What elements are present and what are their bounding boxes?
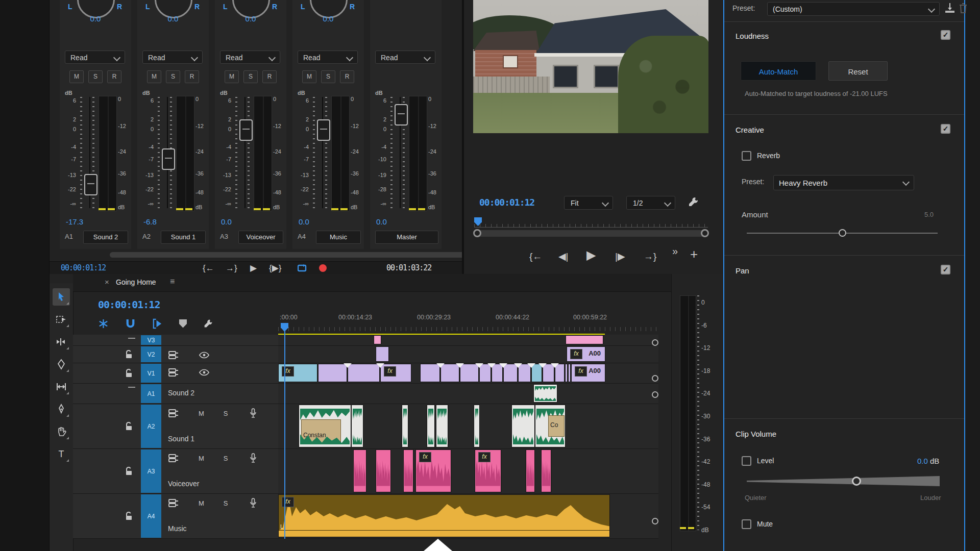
collapse-dash[interactable] (128, 387, 135, 388)
clip[interactable]: fxA00 (567, 346, 605, 362)
track-select-forward-tool[interactable] (53, 311, 70, 328)
clip[interactable] (479, 364, 491, 382)
track-name[interactable]: Sound 1 (168, 435, 194, 443)
clip[interactable] (526, 449, 535, 492)
channel-volume-value[interactable]: -6.8 (143, 217, 157, 226)
razor-tool[interactable] (53, 356, 70, 373)
source-patch-icon[interactable] (168, 498, 179, 508)
clip[interactable]: fx (475, 449, 501, 492)
r-button[interactable]: R (185, 70, 199, 83)
track-edge-handle[interactable] (652, 339, 658, 346)
fader-thumb[interactable] (239, 119, 253, 141)
program-mini-timeline[interactable] (474, 219, 708, 228)
solo-track-button[interactable]: S (224, 499, 228, 507)
sequence-tab-title[interactable]: Going Home (116, 278, 156, 286)
add-button-icon[interactable]: + (690, 248, 698, 261)
clip[interactable] (436, 405, 448, 447)
automation-mode-select[interactable]: Read (142, 51, 203, 64)
loop-playback-icon[interactable] (298, 264, 307, 272)
play-icon[interactable]: ▶ (586, 248, 596, 261)
clip[interactable] (402, 405, 408, 447)
snap-magnet-icon[interactable] (125, 318, 136, 329)
m-button[interactable]: M (69, 70, 84, 83)
channel-volume-value[interactable]: 0.0 (221, 217, 232, 226)
es-preset-select[interactable]: (Custom) (767, 2, 940, 16)
timeline-settings-wrench-icon[interactable] (203, 318, 214, 329)
reset-button[interactable]: Reset (828, 61, 888, 81)
r-button[interactable]: R (340, 70, 354, 83)
clip[interactable] (440, 364, 459, 382)
track-name-field[interactable]: Voiceover (238, 231, 283, 244)
clip[interactable] (348, 364, 380, 382)
level-checkbox[interactable]: ✓ (742, 456, 751, 466)
voice-record-mic-icon[interactable] (248, 453, 259, 463)
zoom-handle-right[interactable] (701, 229, 709, 237)
track-target-badge[interactable]: A2 (141, 405, 161, 448)
clip[interactable] (543, 364, 554, 382)
lock-icon[interactable] (125, 369, 133, 378)
step-forward-icon[interactable]: |▶ (615, 250, 625, 263)
mixer-current-timecode[interactable]: 00:00:01:12 (61, 263, 106, 272)
clip[interactable] (566, 335, 603, 344)
source-patch-icon[interactable] (168, 453, 179, 463)
voice-record-mic-icon[interactable] (248, 498, 259, 508)
channel-volume-value[interactable]: 0.0 (299, 217, 309, 226)
fader-thumb[interactable] (84, 174, 97, 195)
zoom-handle-left[interactable] (473, 229, 481, 237)
track-target-badge[interactable]: A1 (141, 384, 161, 403)
panel-menu-icon[interactable]: ≡ (170, 277, 175, 286)
clip[interactable] (420, 364, 440, 382)
fader-thumb[interactable] (162, 148, 175, 170)
pen-tool[interactable] (53, 400, 70, 418)
clip[interactable] (518, 364, 531, 382)
lock-icon[interactable] (125, 350, 133, 359)
toggle-output-eye-icon[interactable] (199, 350, 210, 360)
pan-checkbox[interactable]: ✓ (941, 265, 950, 274)
track-name-field[interactable]: Master (375, 231, 438, 244)
clip[interactable]: Co (535, 405, 566, 447)
mute-track-button[interactable]: M (199, 499, 204, 507)
clip[interactable]: fx (415, 449, 451, 492)
m-button[interactable]: M (147, 70, 161, 83)
clip[interactable]: fx (380, 364, 411, 382)
track-target-badge[interactable]: V2 (141, 346, 161, 362)
s-button[interactable]: S (88, 70, 103, 83)
clip[interactable] (403, 449, 413, 492)
go-to-out-icon[interactable]: →} (644, 250, 656, 263)
creative-checkbox[interactable]: ✓ (941, 124, 950, 134)
automation-mode-select[interactable]: Read (298, 51, 358, 64)
save-preset-icon[interactable] (944, 2, 956, 14)
clip[interactable]: fxA00 (571, 364, 605, 382)
loudness-checkbox[interactable]: ✓ (941, 30, 950, 40)
crossfade-label[interactable]: Constan (301, 419, 341, 444)
fader-thumb[interactable] (395, 104, 408, 126)
playback-resolution-select[interactable]: 1/2 (626, 196, 675, 210)
level-slider-knob[interactable] (852, 477, 861, 486)
nest-sequence-icon[interactable] (98, 318, 109, 329)
collapse-dash[interactable] (128, 338, 135, 339)
type-tool[interactable]: T (53, 445, 70, 463)
more-buttons-icon[interactable]: » (672, 245, 678, 258)
clip[interactable] (353, 449, 366, 492)
go-to-in-icon[interactable]: {← (203, 262, 214, 274)
clip[interactable] (568, 364, 571, 382)
track-name-field[interactable]: Sound 1 (161, 231, 206, 244)
clip[interactable] (427, 405, 435, 447)
add-marker-icon[interactable] (179, 319, 187, 328)
slip-tool[interactable] (53, 378, 70, 395)
play-in-to-out-icon[interactable]: {▶} (269, 262, 281, 274)
settings-wrench-icon[interactable] (688, 196, 700, 208)
solo-track-button[interactable]: S (224, 410, 228, 417)
track-name[interactable]: Music (168, 524, 187, 533)
s-button[interactable]: S (166, 70, 180, 83)
auto-match-button[interactable]: Auto-Match (741, 61, 816, 81)
program-zoom-scrollbar[interactable] (474, 230, 708, 237)
lock-icon[interactable] (125, 422, 133, 431)
clip[interactable] (511, 405, 535, 447)
play-icon[interactable]: ▶ (250, 262, 257, 274)
toggle-output-eye-icon[interactable] (199, 367, 210, 378)
solo-track-button[interactable]: S (224, 455, 228, 462)
track-name-field[interactable]: Music (316, 231, 361, 244)
selection-tool[interactable] (53, 288, 70, 306)
clip[interactable] (376, 449, 391, 492)
